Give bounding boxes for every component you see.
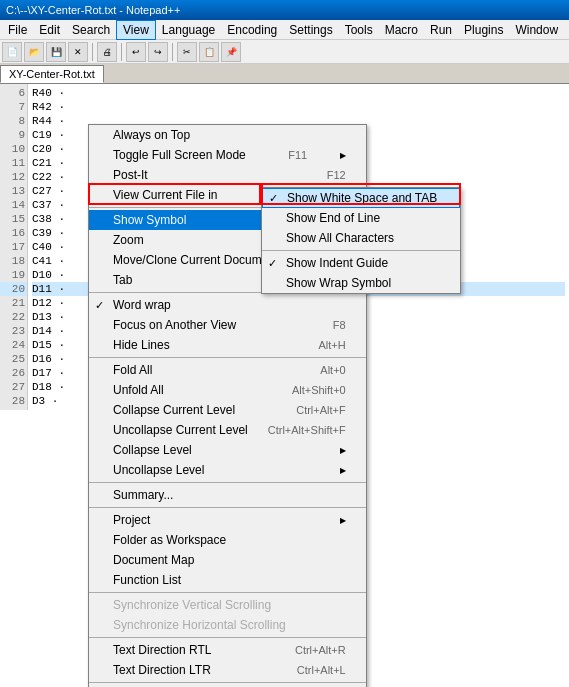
menu-fold-all[interactable]: Fold All Alt+0 bbox=[89, 360, 366, 380]
ln-16: 16 bbox=[0, 226, 27, 240]
submenu-separator bbox=[262, 250, 460, 251]
toolbar-cut[interactable]: ✂ bbox=[177, 42, 197, 62]
toolbar-redo[interactable]: ↪ bbox=[148, 42, 168, 62]
menu-project[interactable]: Project bbox=[89, 510, 366, 530]
show-symbol-submenu: Show White Space and TAB Show End of Lin… bbox=[261, 187, 461, 294]
toolbar: 📄 📂 💾 ✕ 🖨 ↩ ↪ ✂ 📋 📌 bbox=[0, 40, 569, 64]
toolbar-save[interactable]: 💾 bbox=[46, 42, 66, 62]
menu-uncollapse-level[interactable]: Uncollapse Level bbox=[89, 460, 366, 480]
ln-7: 7 bbox=[0, 100, 27, 114]
menu-edit[interactable]: Edit bbox=[33, 21, 66, 39]
ln-20: 20 bbox=[0, 282, 27, 296]
submenu-show-wrap-symbol[interactable]: Show Wrap Symbol bbox=[262, 273, 460, 293]
menu-settings[interactable]: Settings bbox=[283, 21, 338, 39]
menu-run[interactable]: Run bbox=[424, 21, 458, 39]
menu-window[interactable]: Window bbox=[509, 21, 564, 39]
menu-tools[interactable]: Tools bbox=[339, 21, 379, 39]
ln-9: 9 bbox=[0, 128, 27, 142]
menu-file[interactable]: File bbox=[2, 21, 33, 39]
ln-10: 10 bbox=[0, 142, 27, 156]
code-line-7: R42 · bbox=[32, 100, 565, 114]
menu-text-rtl[interactable]: Text Direction RTL Ctrl+Alt+R bbox=[89, 640, 366, 660]
menu-folder-workspace[interactable]: Folder as Workspace bbox=[89, 530, 366, 550]
menu-language[interactable]: Language bbox=[156, 21, 221, 39]
menu-toggle-fullscreen[interactable]: Toggle Full Screen Mode F11 bbox=[89, 145, 366, 165]
menu-sync-horizontal: Synchronize Horizontal Scrolling bbox=[89, 615, 366, 635]
menu-focus-another-view[interactable]: Focus on Another View F8 bbox=[89, 315, 366, 335]
separator-8 bbox=[89, 682, 366, 683]
menu-uncollapse-current[interactable]: Uncollapse Current Level Ctrl+Alt+Shift+… bbox=[89, 420, 366, 440]
menu-help[interactable]: ? bbox=[564, 21, 569, 39]
toolbar-open[interactable]: 📂 bbox=[24, 42, 44, 62]
ln-28: 28 bbox=[0, 394, 27, 408]
menu-function-list[interactable]: Function List bbox=[89, 570, 366, 590]
submenu-show-whitespace[interactable]: Show White Space and TAB bbox=[262, 188, 460, 208]
code-line-6: R40 · bbox=[32, 86, 565, 100]
menu-summary[interactable]: Summary... bbox=[89, 485, 366, 505]
menu-word-wrap[interactable]: Word wrap bbox=[89, 295, 366, 315]
ln-18: 18 bbox=[0, 254, 27, 268]
menu-macro[interactable]: Macro bbox=[379, 21, 424, 39]
tabs-area: XY-Center-Rot.txt bbox=[0, 64, 569, 84]
submenu-show-all-chars[interactable]: Show All Characters bbox=[262, 228, 460, 248]
ln-11: 11 bbox=[0, 156, 27, 170]
ln-23: 23 bbox=[0, 324, 27, 338]
ln-25: 25 bbox=[0, 352, 27, 366]
title-bar: C:\--\XY-Center-Rot.txt - Notepad++ bbox=[0, 0, 569, 20]
ln-6: 6 bbox=[0, 86, 27, 100]
toolbar-undo[interactable]: ↩ bbox=[126, 42, 146, 62]
main-area: 6 7 8 9 10 11 12 13 14 15 16 17 18 19 20… bbox=[0, 84, 569, 687]
line-numbers: 6 7 8 9 10 11 12 13 14 15 16 17 18 19 20… bbox=[0, 84, 28, 410]
menu-bar: File Edit Search View Language Encoding … bbox=[0, 20, 569, 40]
toolbar-copy[interactable]: 📋 bbox=[199, 42, 219, 62]
submenu-show-eol[interactable]: Show End of Line bbox=[262, 208, 460, 228]
tab-xyrot[interactable]: XY-Center-Rot.txt bbox=[0, 65, 104, 83]
separator-7 bbox=[89, 637, 366, 638]
menu-always-on-top[interactable]: Always on Top bbox=[89, 125, 366, 145]
menu-post-it[interactable]: Post-It F12 bbox=[89, 165, 366, 185]
title-text: C:\--\XY-Center-Rot.txt - Notepad++ bbox=[6, 4, 180, 16]
ln-21: 21 bbox=[0, 296, 27, 310]
menu-search[interactable]: Search bbox=[66, 21, 116, 39]
ln-19: 19 bbox=[0, 268, 27, 282]
ln-22: 22 bbox=[0, 310, 27, 324]
ln-8: 8 bbox=[0, 114, 27, 128]
ln-15: 15 bbox=[0, 212, 27, 226]
ln-14: 14 bbox=[0, 198, 27, 212]
toolbar-close[interactable]: ✕ bbox=[68, 42, 88, 62]
ln-27: 27 bbox=[0, 380, 27, 394]
toolbar-paste[interactable]: 📌 bbox=[221, 42, 241, 62]
menu-encoding[interactable]: Encoding bbox=[221, 21, 283, 39]
separator-4 bbox=[89, 482, 366, 483]
toolbar-print[interactable]: 🖨 bbox=[97, 42, 117, 62]
ln-12: 12 bbox=[0, 170, 27, 184]
menu-collapse-current[interactable]: Collapse Current Level Ctrl+Alt+F bbox=[89, 400, 366, 420]
menu-sync-vertical: Synchronize Vertical Scrolling bbox=[89, 595, 366, 615]
menu-unfold-all[interactable]: Unfold All Alt+Shift+0 bbox=[89, 380, 366, 400]
ln-24: 24 bbox=[0, 338, 27, 352]
separator-6 bbox=[89, 592, 366, 593]
menu-plugins[interactable]: Plugins bbox=[458, 21, 509, 39]
menu-hide-lines[interactable]: Hide Lines Alt+H bbox=[89, 335, 366, 355]
submenu-show-indent-guide[interactable]: Show Indent Guide bbox=[262, 253, 460, 273]
ln-13: 13 bbox=[0, 184, 27, 198]
ln-17: 17 bbox=[0, 240, 27, 254]
ln-26: 26 bbox=[0, 366, 27, 380]
menu-document-map[interactable]: Document Map bbox=[89, 550, 366, 570]
toolbar-new[interactable]: 📄 bbox=[2, 42, 22, 62]
menu-view[interactable]: View bbox=[116, 20, 156, 40]
menu-collapse-level[interactable]: Collapse Level bbox=[89, 440, 366, 460]
menu-text-ltr[interactable]: Text Direction LTR Ctrl+Alt+L bbox=[89, 660, 366, 680]
separator-5 bbox=[89, 507, 366, 508]
separator-3 bbox=[89, 357, 366, 358]
